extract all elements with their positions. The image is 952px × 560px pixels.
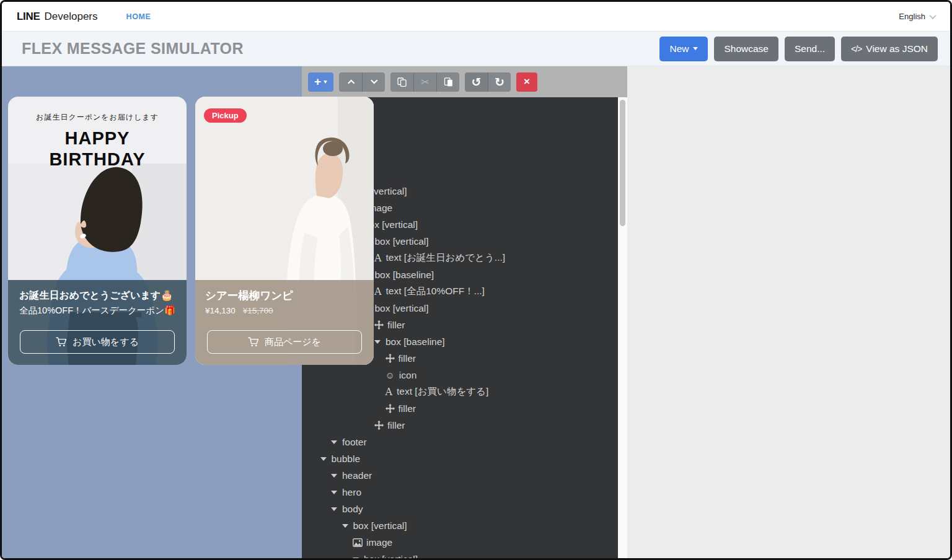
tree-node[interactable]: hero [302, 484, 618, 501]
image-icon [353, 538, 363, 547]
redo-button[interactable]: ↻ [488, 72, 511, 92]
tree-node-label: box [vertical] [364, 554, 418, 559]
new-button-label: New [669, 43, 689, 55]
showcase-button[interactable]: Showcase [714, 37, 778, 61]
copy-icon [397, 77, 407, 87]
caret-down-icon [331, 491, 337, 494]
bubble1-shop-button-label: お買い物をする [73, 336, 139, 348]
smiley-icon: ☺ [386, 370, 395, 380]
tree-node[interactable]: bubble [302, 450, 618, 467]
bubble1-overlay-subtitle: 全品10%OFF！バースデークーポン🎁 [8, 302, 187, 317]
scrollbar-thumb[interactable] [620, 100, 625, 226]
tree-node-label: text [お誕生日おめでとう...] [386, 252, 506, 265]
tree-node-label: text [お買い物をする] [397, 385, 488, 398]
line-developers-logo[interactable]: LINE Developers [17, 11, 98, 23]
move-up-button[interactable] [339, 72, 362, 92]
caret-down-icon [342, 524, 348, 528]
filler-move-icon [374, 421, 384, 430]
price-original: ¥15,700 [243, 306, 273, 315]
tree-node-label: icon [399, 370, 416, 381]
text-icon: A [374, 252, 382, 264]
home-link[interactable]: HOME [126, 12, 151, 21]
tree-node[interactable]: filler [302, 400, 618, 417]
delete-element-button[interactable]: × [516, 72, 537, 92]
tree-scrollbar[interactable] [618, 97, 627, 558]
caret-down-icon [353, 558, 359, 559]
filler-move-icon [386, 354, 395, 363]
move-button-group [339, 72, 385, 92]
flex-bubble-product[interactable]: Pickup シアー楊柳ワンピ ¥14,130 ¥15,700 [195, 97, 374, 365]
plus-icon: + [314, 76, 321, 87]
tree-node[interactable]: header [302, 467, 618, 484]
send-button[interactable]: Send... [785, 37, 835, 61]
bubble2-body-overlay: シアー楊柳ワンピ ¥14,130 ¥15,700 商品ページを [195, 280, 374, 365]
top-nav: LINE Developers HOME English [2, 2, 950, 32]
tree-node-label: box [vertical] [375, 236, 429, 247]
filler-move-icon [386, 404, 395, 413]
undo-button[interactable]: ↺ [465, 72, 488, 92]
chevron-down-icon [929, 12, 936, 19]
flex-bubble-birthday[interactable]: お誕生日クーポンをお届けします HAPPY BIRTHDAY [8, 97, 187, 365]
scissors-icon: ✂ [421, 76, 429, 88]
cart-icon [56, 337, 67, 347]
send-button-label: Send... [795, 43, 825, 55]
paste-button[interactable] [436, 72, 459, 92]
new-button[interactable]: New [659, 37, 708, 61]
tree-node-label: filler [387, 320, 405, 331]
caret-down-icon [331, 440, 337, 444]
bubble1-overlay-title: お誕生日おめでとうございます🎂 [8, 280, 187, 302]
clipboard-button-group: ✂ [390, 72, 459, 92]
tree-node[interactable]: ☺icon [302, 367, 618, 383]
main-area: お誕生日クーポンをお届けします HAPPY BIRTHDAY [2, 66, 950, 558]
caret-down-icon [320, 457, 327, 461]
tree-node-label: bubble [332, 453, 361, 465]
language-selector[interactable]: English [899, 12, 935, 21]
header-buttons: New Showcase Send... </> View as JSON [659, 37, 938, 61]
history-button-group: ↺ ↻ [465, 72, 511, 92]
tree-node-label: box [baseline] [386, 336, 445, 348]
tree-node-label: filler [399, 353, 416, 364]
caret-down-icon [693, 47, 698, 50]
tree-node[interactable]: footer [302, 434, 618, 450]
chevron-down-icon [371, 77, 377, 84]
bubble2-prices: ¥14,130 ¥15,700 [195, 303, 374, 315]
tree-node-label: filler [399, 403, 416, 414]
paste-icon [444, 77, 453, 87]
tree-node-label: footer [342, 437, 367, 448]
caret-down-icon [324, 81, 327, 84]
redo-icon: ↻ [495, 75, 505, 89]
tree-node[interactable]: body [302, 501, 618, 517]
tree-node[interactable]: image [302, 534, 618, 551]
tree-node[interactable]: box [vertical] [302, 551, 618, 558]
bubble2-product-button[interactable]: 商品ページを [207, 330, 362, 354]
bubble1-header: お誕生日クーポンをお届けします HAPPY BIRTHDAY [8, 97, 187, 170]
tree-node[interactable]: box [vertical] [302, 517, 618, 534]
page-title: FLEX MESSAGE SIMULATOR [22, 40, 244, 58]
cart-icon [248, 337, 259, 347]
cut-button[interactable]: ✂ [413, 72, 436, 92]
tree-node-label: box [vertical] [353, 520, 407, 532]
tree-node-label: header [342, 470, 372, 481]
tree-node[interactable]: filler [302, 417, 618, 434]
bubble1-note-text: お誕生日クーポンをお届けします [8, 112, 187, 123]
showcase-button-label: Showcase [724, 43, 769, 55]
code-icon: </> [851, 44, 862, 54]
caret-down-icon [331, 474, 337, 478]
tree-node-label: image [366, 537, 392, 548]
tree-node[interactable]: Atext [お買い物をする] [302, 383, 618, 400]
bubble1-title-text: HAPPY BIRTHDAY [8, 128, 187, 170]
tree-node-label: body [342, 504, 363, 515]
undo-icon: ↺ [472, 75, 482, 89]
add-element-button[interactable]: + [308, 72, 333, 92]
close-icon: × [524, 76, 530, 88]
logo-line-text: LINE [17, 11, 40, 23]
bubble1-shop-button[interactable]: お買い物をする [20, 330, 175, 354]
view-as-json-button[interactable]: </> View as JSON [841, 37, 938, 61]
bubble2-product-button-label: 商品ページを [265, 336, 321, 348]
chevron-up-icon [348, 79, 355, 86]
caret-down-icon [374, 340, 381, 344]
copy-button[interactable] [390, 72, 413, 92]
move-down-button[interactable] [362, 72, 385, 92]
tree-node-label: text [全品10%OFF！...] [386, 285, 485, 298]
tree-node-label: filler [387, 420, 405, 431]
